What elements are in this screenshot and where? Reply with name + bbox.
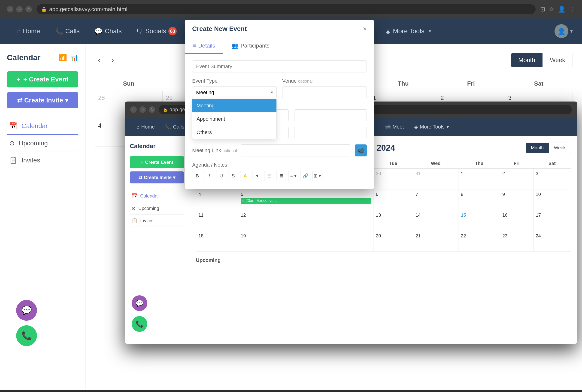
create-invite-button[interactable]: ⇄ Create Invite ▾ — [7, 92, 78, 108]
inner-fab-chat-button[interactable]: 💬 — [132, 295, 147, 311]
inner-table-cell[interactable]: 5 6:23am Executive... — [238, 190, 374, 210]
inner-view-month-button[interactable]: Month — [526, 143, 549, 153]
forward-button[interactable]: → — [16, 6, 23, 12]
inner-table-cell[interactable]: 24 — [533, 231, 571, 252]
bookmark-button[interactable]: ☆ — [549, 6, 554, 13]
toolbar-ordered-list-button[interactable]: ☰ — [264, 171, 274, 181]
inner-sidebar-item-calendar[interactable]: 📅 Calendar — [130, 190, 184, 202]
fab-call-button[interactable]: 📞 — [16, 325, 37, 346]
fab-chat-button[interactable]: 💬 — [16, 300, 37, 321]
event-type-select[interactable]: Meeting Appointment Others — [192, 86, 277, 98]
event-summary-input[interactable] — [192, 60, 367, 72]
inner-table-cell[interactable]: 10 — [533, 190, 571, 210]
create-event-button[interactable]: + + Create Event — [7, 71, 78, 88]
venue-input[interactable] — [282, 86, 367, 98]
inner-table-cell[interactable]: 19 — [238, 231, 374, 252]
upcoming-section-label: Upcoming — [196, 257, 571, 263]
inner-sidebar-item-upcoming[interactable]: ⊙ Upcoming — [130, 202, 184, 214]
inner-table-cell[interactable]: 12 — [238, 210, 374, 231]
inner-sidebar-title: Calendar — [130, 142, 184, 150]
second-refresh-button[interactable]: ↻ — [149, 106, 155, 113]
lock-icon: 🔒 — [41, 6, 47, 12]
toolbar-underline-button[interactable]: U — [216, 171, 226, 181]
inner-table-cell[interactable]: 1 — [458, 169, 500, 190]
venue-label: Venue optional — [282, 78, 367, 84]
modal-tab-participants[interactable]: 👥 Participants — [223, 38, 277, 54]
modal-close-button[interactable]: × — [363, 25, 367, 32]
inner-table-cell[interactable]: 3 — [533, 169, 571, 190]
toolbar-italic-button[interactable]: I — [204, 171, 214, 181]
inner-table-cell[interactable]: 31 — [413, 169, 458, 190]
toolbar-link-button[interactable]: 🔗 — [300, 171, 311, 181]
inner-table-cell[interactable]: 23 — [500, 231, 533, 252]
sidebar-item-upcoming[interactable]: ⊙ Upcoming — [7, 135, 78, 152]
cast-button[interactable]: ⊡ — [540, 6, 545, 13]
url-bar[interactable]: 🔒 app.getcallsavvy.com/main.html — [37, 4, 535, 14]
meeting-link-input[interactable] — [241, 144, 351, 156]
view-month-button[interactable]: Month — [511, 53, 542, 67]
inner-table-cell[interactable]: 16 — [500, 210, 533, 231]
nav-socials[interactable]: 🗨 Socials 63 — [129, 18, 184, 44]
inner-table-cell[interactable]: 15 — [458, 210, 500, 231]
fab-chat-icon: 💬 — [22, 306, 32, 315]
menu-button[interactable]: ⋮ — [569, 6, 575, 13]
event-type-select-wrap: Meeting Appointment Others ▾ Meeting App… — [192, 86, 277, 98]
nav-home[interactable]: ⌂ Home — [9, 18, 48, 44]
inner-table-cell[interactable]: 7 — [413, 190, 458, 210]
refresh-button[interactable]: ↻ — [26, 6, 32, 12]
inner-table-cell[interactable]: 6 — [374, 190, 413, 210]
inner-event-pill[interactable]: 6:23am Executive... — [241, 198, 371, 204]
inner-fab-call-button[interactable]: 📞 — [132, 316, 147, 332]
toolbar-highlight-button[interactable]: A — [240, 171, 250, 181]
inner-table-cell[interactable]: 18 — [196, 231, 238, 252]
modal-tab-details[interactable]: ≡ Details — [185, 38, 223, 54]
calendar-next-button[interactable]: › — [108, 54, 117, 66]
toolbar-unordered-list-button[interactable]: ≣ — [276, 171, 286, 181]
inner-table-cell[interactable]: 22 — [458, 231, 500, 252]
nav-chats[interactable]: 💬 Chats — [87, 18, 129, 44]
inner-table-cell[interactable]: 13 — [374, 210, 413, 231]
view-week-button[interactable]: Week — [542, 53, 572, 67]
inner-table-cell[interactable]: 17 — [533, 210, 571, 231]
inner-table-cell[interactable]: 11 — [196, 210, 238, 231]
toolbar-align-button[interactable]: ≡ ▾ — [288, 171, 299, 181]
sidebar-item-calendar[interactable]: 📅 Calendar — [7, 118, 78, 135]
dropdown-item-meeting[interactable]: Meeting — [192, 99, 276, 112]
inner-table-cell[interactable]: 8 — [458, 190, 500, 210]
inner-table-cell[interactable]: 2 — [500, 169, 533, 190]
inner-nav-meet[interactable]: 📹 Meet — [380, 118, 409, 136]
inner-view-week-button[interactable]: Week — [549, 143, 571, 153]
inner-table-cell[interactable]: 21 — [413, 231, 458, 252]
inner-nav-home[interactable]: ⌂ Home — [131, 118, 160, 136]
toolbar-highlight-dropdown-button[interactable]: ▾ — [252, 171, 262, 181]
back-button[interactable]: ← — [7, 6, 14, 12]
inner-sidebar-calendar-label: Calendar — [140, 193, 159, 199]
venue-label-text: Venue — [282, 78, 297, 84]
profile-button[interactable]: 👤 — [558, 6, 565, 13]
toolbar-strikethrough-button[interactable]: S — [228, 171, 238, 181]
meeting-link-video-button[interactable]: 📹 — [355, 144, 367, 156]
second-back-button[interactable]: ← — [130, 106, 137, 113]
browser-actions: ⊡ ☆ 👤 ⋮ — [540, 6, 575, 13]
calendar-prev-button[interactable]: ‹ — [95, 54, 104, 66]
toolbar-bold-button[interactable]: B — [192, 171, 202, 181]
inner-table-cell[interactable]: 20 — [374, 231, 413, 252]
inner-table-cell[interactable]: 30 — [374, 169, 413, 190]
dropdown-item-appointment[interactable]: Appointment — [192, 112, 276, 126]
inner-sidebar-item-invites[interactable]: 📋 Invites — [130, 214, 184, 227]
nav-calls[interactable]: 📞 Calls — [48, 18, 87, 44]
inner-create-event-button[interactable]: + Create Event — [130, 156, 184, 168]
sidebar-item-invites[interactable]: 📋 Invites — [7, 152, 78, 169]
start-time-input[interactable]: 06:36 AM — [294, 109, 367, 121]
second-forward-button[interactable]: → — [140, 106, 146, 113]
toolbar-table-button[interactable]: ⊞ ▾ — [312, 171, 323, 181]
inner-create-invite-button[interactable]: ⇄ Create Invite ▾ — [130, 172, 184, 184]
inner-nav-more-tools[interactable]: ◈ More Tools ▾ — [409, 118, 454, 136]
user-avatar[interactable]: 👤 — [554, 24, 568, 38]
end-time-input[interactable]: 07:36 AM — [294, 127, 367, 139]
inner-table-cell[interactable]: 9 — [500, 190, 533, 210]
inner-table-cell[interactable]: 4 — [196, 190, 238, 210]
nav-more-tools[interactable]: ◈ More Tools ▾ — [378, 18, 438, 44]
inner-table-cell[interactable]: 14 — [413, 210, 458, 231]
dropdown-item-others[interactable]: Others — [192, 126, 276, 139]
